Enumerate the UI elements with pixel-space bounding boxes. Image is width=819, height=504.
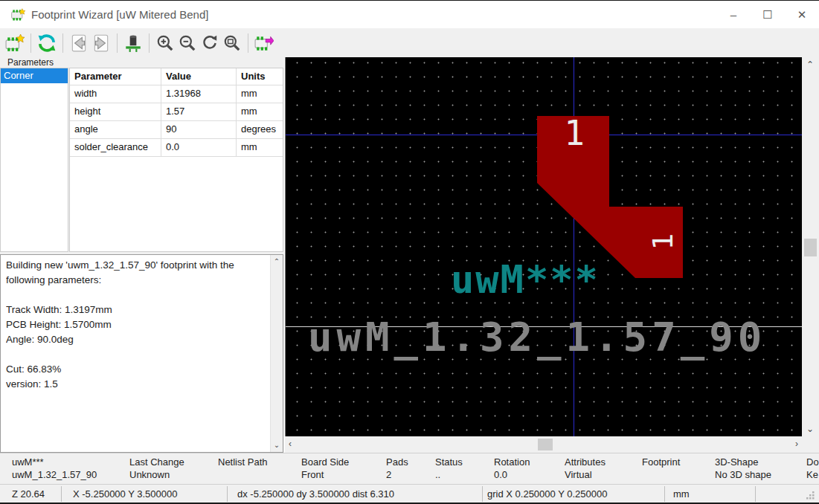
canvas-vertical-scrollbar[interactable]: ⌃ ⌄ [802, 57, 819, 436]
status-label: Rotation [494, 456, 530, 468]
footprint-wizard-window: Footprint Wizard [uW Mitered Bend] – ☐ ✕ [0, 0, 819, 504]
footprint-preview-canvas[interactable]: 1 1 uwM*** uwM_1.32_1.57_90 [285, 57, 802, 436]
parameters-caption: Parameters [7, 57, 54, 68]
status-label: Footprint [642, 456, 680, 468]
pad-1-label: 1 [562, 114, 587, 152]
toolbar-separator [62, 33, 63, 53]
message-line [6, 289, 266, 304]
param-units: mm [237, 103, 283, 121]
scroll-left-icon[interactable]: ‹ [289, 439, 292, 449]
next-page-button[interactable] [90, 31, 112, 55]
zoom-level: Z 20.64 [12, 488, 45, 500]
table-row: solder_clearance 0.0 mm [70, 139, 283, 157]
page-list-item-corner[interactable]: Corner [1, 68, 68, 83]
status-value: .. [435, 469, 440, 480]
status-separator [755, 486, 756, 502]
message-line: Cut: 66.83% [6, 364, 266, 378]
scroll-down-icon[interactable]: ⌄ [806, 424, 814, 434]
canvas-horizontal-scrollbar[interactable]: ‹ › [285, 436, 802, 453]
message-line: following parameters: [6, 274, 266, 289]
param-value[interactable]: 1.57 [161, 103, 237, 121]
zoom-redraw-button[interactable] [199, 31, 221, 55]
zoom-in-button[interactable] [154, 31, 176, 55]
footprint-value-text: uwM_1.32_1.57_90 [308, 314, 766, 361]
wizard-messages: Building new 'uwm_1.32_1.57_90' footprin… [6, 259, 266, 393]
param-units: degrees [237, 121, 283, 139]
param-units: mm [237, 139, 283, 157]
message-line: Angle: 90.0deg [6, 334, 266, 349]
pad-2-label: 1 [648, 227, 678, 256]
minimize-button[interactable]: – [716, 1, 751, 28]
select-wizard-button[interactable] [4, 31, 26, 55]
param-name: height [70, 103, 161, 121]
message-line: Building new 'uwm_1.32_1.57_90' footprin… [6, 259, 266, 274]
toolbar-separator [30, 33, 31, 53]
toolbar-separator [248, 33, 248, 53]
relative-position: dx -5.250000 dy 3.500000 dist 6.310 [237, 488, 394, 500]
param-name: solder_clearance [70, 139, 161, 157]
param-name: angle [70, 121, 161, 139]
param-value[interactable]: 0.0 [161, 139, 237, 157]
status-value: Unknown [129, 469, 170, 480]
zoom-in-icon [155, 33, 175, 53]
zoom-out-button[interactable] [176, 31, 199, 55]
wizard-message-box[interactable]: Building new 'uwm_1.32_1.57_90' footprin… [0, 254, 283, 453]
status-value: Ke [806, 469, 818, 480]
param-name: width [70, 85, 161, 103]
status-label: Do [806, 456, 819, 468]
status-value: Virtual [565, 469, 592, 480]
message-line: Track Width: 1.3197mm [6, 304, 266, 319]
wizard-page-list[interactable]: Corner [0, 68, 68, 252]
maximize-button[interactable]: ☐ [751, 1, 785, 28]
horizontal-scroll-thumb[interactable] [538, 439, 553, 450]
zoom-redraw-icon [200, 33, 219, 53]
window-title: Footprint Wizard [uW Mitered Bend] [31, 8, 208, 21]
vertical-scroll-thumb[interactable] [804, 239, 817, 256]
toolbar-separator [149, 33, 150, 53]
message-scrollbar[interactable]: ⌃ ⌄ [270, 255, 283, 452]
col-header-parameter: Parameter [70, 68, 161, 85]
export-footprint-button[interactable] [253, 31, 275, 55]
status-label: Status [435, 456, 463, 468]
footprint-status-bar: uwM*** uwM_1.32_1.57_90 Last Change Unkn… [0, 453, 819, 484]
scroll-up-icon[interactable]: ⌃ [271, 256, 283, 267]
param-value[interactable]: 90 [161, 121, 237, 139]
previous-page-button[interactable] [68, 31, 90, 55]
grid-setting: grid X 0.250000 Y 0.250000 [487, 488, 607, 500]
status-label: 3D-Shape [715, 456, 759, 468]
param-units: mm [237, 85, 283, 103]
param-value[interactable]: 1.31968 [161, 85, 237, 103]
scroll-right-icon[interactable]: › [795, 439, 798, 449]
previous-page-icon [69, 33, 89, 53]
status-separator [482, 486, 483, 502]
scroll-up-icon[interactable]: ⌃ [806, 59, 814, 70]
status-separator [227, 486, 228, 502]
titlebar[interactable]: Footprint Wizard [uW Mitered Bend] – ☐ ✕ [0, 1, 819, 28]
parameter-table: Parameter Value Units width 1.31968 mm h… [69, 68, 283, 252]
col-header-units: Units [237, 68, 283, 85]
status-separator [664, 486, 665, 502]
toolbar [0, 28, 819, 58]
status-value: 0.0 [494, 469, 507, 480]
status-value: 2 [386, 469, 391, 480]
status-label: uwM*** [12, 456, 44, 468]
message-line: version: 1.5 [6, 378, 266, 393]
pad-properties-button[interactable] [122, 31, 144, 55]
scroll-down-icon[interactable]: ⌄ [271, 440, 283, 450]
zoom-fit-button[interactable] [221, 31, 243, 55]
parameter-table-header: Parameter Value Units [70, 68, 283, 85]
status-value: Front [301, 469, 324, 480]
refresh-button[interactable] [36, 31, 58, 55]
zoom-fit-icon [222, 33, 242, 53]
scrollbar-corner [802, 436, 819, 453]
message-line [6, 349, 266, 364]
status-separator [61, 486, 62, 502]
status-label: Netlist Path [218, 456, 267, 468]
coordinates-status-bar: Z 20.64 X -5.250000 Y 3.500000 dx -5.250… [0, 484, 819, 503]
status-value: uwM_1.32_1.57_90 [12, 469, 97, 480]
close-button[interactable]: ✕ [785, 1, 819, 28]
cursor-position: X -5.250000 Y 3.500000 [73, 488, 177, 500]
toolbar-separator [117, 33, 118, 53]
resize-grip[interactable] [805, 490, 815, 500]
pad-properties-icon [123, 33, 143, 53]
